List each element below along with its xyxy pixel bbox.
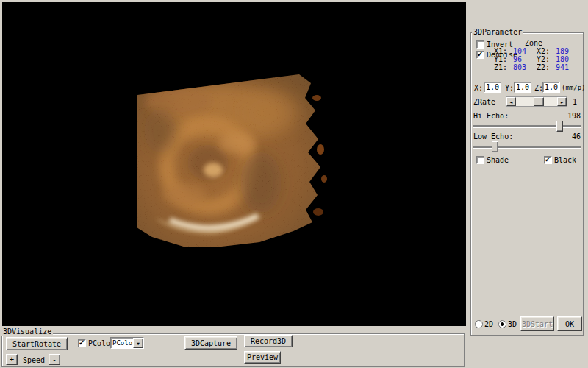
zrate-thumb[interactable] [534, 97, 544, 106]
visualize-panel: 3DVisualize StartRotate + Speed - PColor… [0, 326, 466, 368]
zrate-value: 1 [573, 98, 577, 106]
invert-checkbox[interactable] [476, 40, 484, 49]
3dcapture-button[interactable]: 3DCapture [184, 336, 237, 350]
scale-y-label: Y: [505, 84, 514, 92]
speed-minus-button[interactable]: - [49, 354, 60, 365]
speed-label: Speed [23, 356, 45, 364]
denoise-checkbox[interactable] [476, 51, 484, 59]
mode-3d-radio[interactable] [498, 320, 506, 328]
zone-x2-value: 189 [556, 47, 569, 55]
zone-z1-label: Z1: [494, 63, 507, 71]
hi-echo-label: Hi Echo: [473, 112, 509, 120]
black-checkbox[interactable] [544, 156, 552, 164]
zone-y1-label: Y1: [494, 55, 507, 63]
scale-unit-label: (mm/p) [562, 84, 586, 92]
zone-y1-value: 96 [513, 55, 522, 63]
mode-3d-label: 3D [508, 320, 517, 328]
hi-echo-value: 198 [567, 112, 581, 120]
shade-label: Shade [487, 156, 509, 164]
scale-z-input[interactable] [542, 82, 560, 93]
mode-2d-radio[interactable] [475, 320, 483, 328]
low-echo-label: Low Echo: [473, 132, 513, 141]
parameter-group-title: 3DParameter [472, 28, 523, 36]
zone-y2-label: Y2: [537, 55, 550, 63]
zone-y2-value: 180 [556, 55, 569, 63]
zrate-label: ZRate [473, 98, 495, 106]
black-label: Black [554, 156, 576, 164]
zrate-track[interactable] [516, 97, 557, 106]
3dstart-button[interactable]: 3DStart [520, 316, 554, 331]
render-viewport[interactable] [2, 2, 466, 326]
zone-x2-label: X2: [537, 47, 550, 55]
low-echo-slider[interactable] [473, 146, 581, 148]
zrate-right-arrow-icon[interactable]: ► [557, 97, 567, 106]
hi-echo-slider[interactable] [473, 125, 581, 127]
zrate-scrollbar[interactable]: ◄ ► [506, 96, 567, 107]
zone-z2-label: Z2: [537, 63, 550, 71]
start-rotate-button[interactable]: StartRotate [6, 337, 68, 350]
zone-x1-label: X1: [494, 47, 507, 55]
ultrasound-render [2, 2, 466, 326]
parameter-panel: 3DParameter Invert Denoise Zone X1: 104 … [466, 0, 588, 368]
visualize-group-title: 3DVisualize [1, 328, 53, 336]
ok-button[interactable]: OK [557, 316, 582, 331]
preview-button[interactable]: Preview [244, 351, 281, 364]
pcolor-dropdown-value: PColor [111, 339, 133, 347]
mode-2d-label: 2D [484, 320, 493, 328]
speed-plus-button[interactable]: + [6, 354, 18, 365]
low-echo-value: 46 [572, 132, 581, 141]
pcolor-checkbox[interactable] [78, 339, 86, 347]
low-echo-thumb[interactable] [492, 141, 498, 152]
scale-y-input[interactable] [514, 82, 531, 93]
zrate-left-arrow-icon[interactable]: ◄ [506, 97, 516, 106]
scale-x-label: X: [474, 84, 483, 92]
dropdown-arrow-icon[interactable]: ▼ [133, 338, 143, 348]
scale-x-input[interactable] [484, 82, 501, 93]
zone-x1-value: 104 [513, 47, 526, 55]
app-window: { "icons": { "arrow_left": "◄", "arrow_r… [0, 0, 588, 368]
zone-label: Zone [525, 39, 542, 47]
hi-echo-thumb[interactable] [556, 121, 563, 132]
zone-z1-value: 803 [513, 63, 526, 71]
pcolor-dropdown[interactable]: PColor ▼ [110, 337, 144, 349]
zone-z2-value: 941 [556, 63, 569, 71]
parameter-groupbox [470, 32, 584, 336]
shade-checkbox[interactable] [476, 156, 484, 164]
record3d-button[interactable]: Record3D [244, 335, 293, 347]
